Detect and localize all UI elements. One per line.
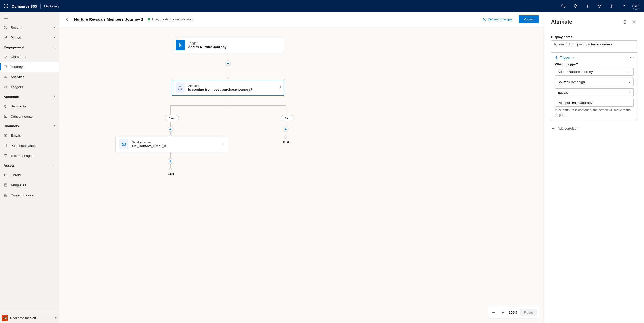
sidebar-item-get-started[interactable]: Get started: [0, 52, 59, 62]
search-icon[interactable]: [557, 0, 569, 12]
svg-point-14: [624, 7, 624, 7]
filter-icon[interactable]: [593, 0, 606, 12]
svg-point-49: [630, 57, 631, 58]
sidebar-group-channels[interactable]: Channels: [0, 121, 59, 130]
sidebar-item-segments[interactable]: Segments: [0, 101, 59, 111]
sidebar-group-audience[interactable]: Audience: [0, 92, 59, 101]
svg-point-0: [4, 4, 5, 5]
trigger-chip[interactable]: Trigger: [560, 56, 570, 59]
add-step-button[interactable]: +: [283, 126, 288, 132]
sidebar-recent[interactable]: Recent: [0, 22, 59, 32]
sidebar-item-journeys[interactable]: Journeys: [0, 62, 59, 72]
back-button[interactable]: [65, 17, 69, 21]
svg-point-41: [224, 143, 224, 143]
help-icon[interactable]: [618, 0, 630, 12]
properties-panel: Attribute Display name Trigger: [544, 12, 644, 323]
library-icon: [4, 173, 8, 177]
trigger-select[interactable]: Add to Nurture Journey: [555, 68, 634, 76]
svg-rect-31: [6, 195, 7, 196]
pin-icon: [4, 35, 8, 39]
app-launcher-icon[interactable]: [2, 2, 10, 10]
add-icon[interactable]: [581, 0, 593, 12]
discard-changes-button[interactable]: Discard changes: [481, 16, 514, 23]
node-attribute[interactable]: Attribute Is coming from post purchase j…: [172, 80, 284, 96]
sidebar-item-consent-center[interactable]: Consent center: [0, 111, 59, 121]
svg-point-13: [611, 6, 612, 7]
brand-label: Dynamics 365: [12, 4, 37, 8]
sidebar-item-emails[interactable]: Emails: [0, 130, 59, 141]
sidebar-item-content-blocks[interactable]: Content blocks: [0, 190, 59, 200]
sidebar-item-label: Segments: [11, 104, 56, 108]
chevron-down-icon: [628, 81, 631, 83]
connector-line: [170, 105, 286, 106]
svg-point-34: [180, 86, 181, 87]
add-step-button[interactable]: +: [168, 158, 173, 164]
gear-icon[interactable]: [606, 0, 618, 12]
segments-icon: [4, 104, 8, 108]
chevron-down-icon: [628, 71, 631, 73]
sidebar-item-text-messages[interactable]: Text messages: [0, 151, 59, 161]
publish-button[interactable]: Publish: [519, 15, 539, 23]
sidebar-item-templates[interactable]: Templates: [0, 180, 59, 190]
chevron-up-icon: [53, 164, 56, 167]
chevron-down-icon[interactable]: [572, 56, 575, 59]
exit-label: Exit: [168, 172, 174, 176]
condition-more-icon[interactable]: [630, 57, 634, 58]
sidebar-group-assets[interactable]: Assets: [0, 161, 59, 170]
attribute-select[interactable]: Source Campaign: [555, 78, 634, 86]
area-badge: RM: [2, 315, 8, 321]
sidebar-item-library[interactable]: Library: [0, 170, 59, 180]
match-value-input[interactable]: [555, 99, 634, 107]
svg-point-5: [7, 6, 8, 7]
svg-rect-23: [4, 134, 7, 136]
sidebar-item-label: Journeys: [11, 65, 56, 69]
attribute-node-icon: [176, 82, 185, 93]
svg-point-2: [7, 4, 8, 5]
journey-canvas[interactable]: Trigger Add to Nurture Journey + Attribu…: [59, 27, 544, 323]
workspace: Nurture Rewards Members Journey 2 Live, …: [59, 12, 544, 323]
delete-icon[interactable]: [621, 18, 628, 25]
add-step-button[interactable]: +: [225, 60, 231, 66]
area-switcher[interactable]: RM Real-time marketi...: [0, 313, 59, 323]
add-condition-button[interactable]: ＋ Add condition: [551, 124, 637, 133]
branch-no[interactable]: No: [281, 115, 293, 121]
node-sup-label: Trigger: [188, 41, 227, 45]
display-name-input[interactable]: [551, 40, 637, 48]
connector-line: [228, 53, 228, 80]
node-more-icon[interactable]: [222, 141, 225, 147]
templates-icon: [4, 183, 8, 187]
svg-point-6: [4, 7, 5, 8]
zoom-in-button[interactable]: [500, 309, 506, 316]
close-icon[interactable]: [630, 18, 637, 25]
svg-point-42: [224, 144, 224, 144]
sidebar-item-label: Emails: [11, 134, 56, 137]
branch-yes[interactable]: Yes: [165, 115, 179, 121]
status-dot-icon: [148, 18, 150, 20]
chevron-down-icon: [53, 36, 56, 39]
sidebar-item-analytics[interactable]: Analytics: [0, 72, 59, 82]
add-step-button[interactable]: +: [168, 126, 173, 132]
chevron-updown-icon: [55, 316, 57, 320]
svg-point-3: [4, 6, 5, 7]
operator-select[interactable]: Equals: [555, 88, 634, 96]
bolt-icon: [555, 56, 558, 59]
push-icon: [4, 144, 8, 148]
lightbulb-icon[interactable]: [569, 0, 581, 12]
node-email[interactable]: Send an email HK_Contact_Email_3: [115, 136, 228, 152]
node-trigger[interactable]: Trigger Add to Nurture Journey: [172, 37, 284, 53]
chevron-up-icon: [53, 125, 56, 127]
svg-point-51: [633, 57, 633, 58]
node-more-icon[interactable]: [279, 85, 282, 90]
zoom-reset-button[interactable]: Reset: [520, 309, 537, 316]
sidebar-pinned[interactable]: Pinned: [0, 32, 59, 42]
user-avatar[interactable]: #: [630, 0, 642, 12]
blocks-icon: [4, 193, 8, 197]
sidebar-group-label: Audience: [4, 95, 19, 99]
sidebar-toggle-icon[interactable]: [3, 14, 9, 20]
zoom-out-button[interactable]: [490, 309, 497, 316]
sidebar-item-label: Library: [11, 173, 56, 177]
sidebar-item-label: Templates: [11, 183, 56, 187]
sidebar-item-triggers[interactable]: Triggers: [0, 82, 59, 92]
sidebar-group-engagement[interactable]: Engagement: [0, 42, 59, 52]
sidebar-item-push-notifications[interactable]: Push notifications: [0, 141, 59, 151]
